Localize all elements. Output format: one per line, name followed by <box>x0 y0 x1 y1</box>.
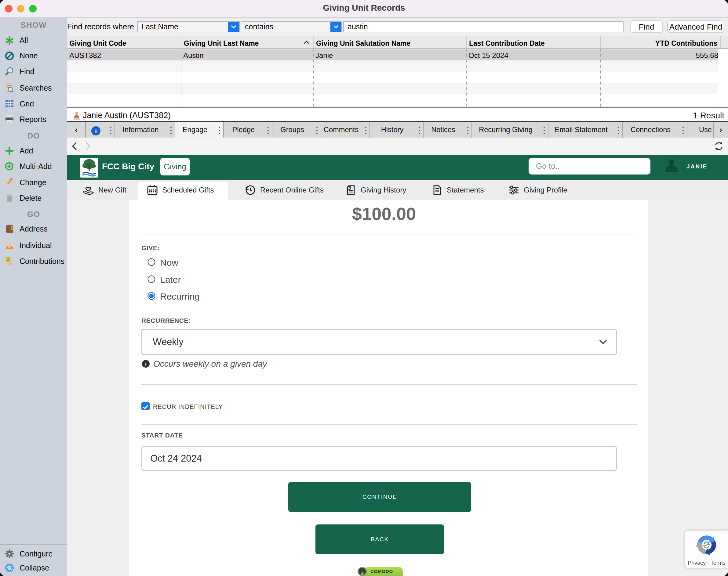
svg-text:$: $ <box>7 258 9 261</box>
